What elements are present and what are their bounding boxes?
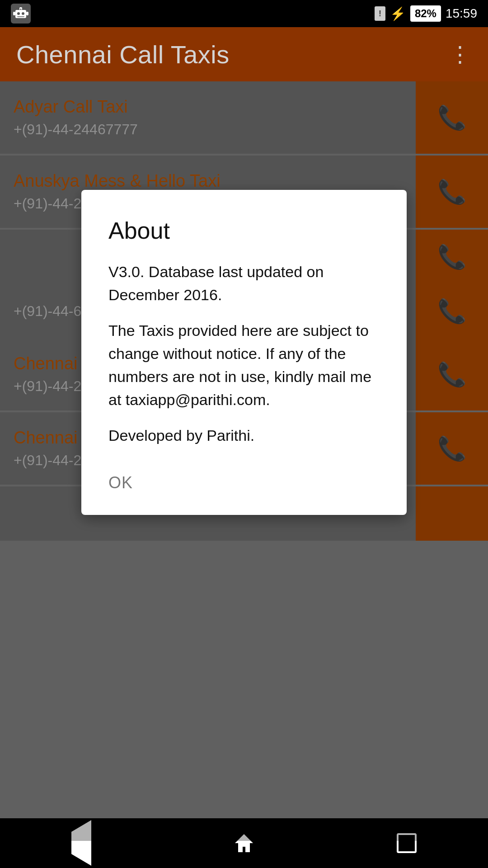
more-options-button[interactable]: ⋮ — [449, 42, 472, 67]
dialog-line1: V3.0. Database last updated on December … — [108, 260, 380, 307]
app-bar: Chennai Call Taxis ⋮ — [0, 27, 488, 81]
battery-alert-icon: ! — [375, 6, 385, 21]
status-bar: ! ⚡ 82% 15:59 — [0, 0, 488, 27]
clock: 15:59 — [446, 6, 477, 21]
svg-point-2 — [17, 12, 20, 15]
app-title: Chennai Call Taxis — [16, 40, 230, 69]
dialog-overlay: About V3.0. Database last updated on Dec… — [0, 81, 488, 841]
robot-icon — [11, 4, 31, 24]
content-area: Adyar Call Taxi +(91)-44-24467777 📞 Anus… — [0, 81, 488, 841]
charging-icon: ⚡ — [390, 6, 406, 21]
dialog-title: About — [108, 217, 380, 244]
dialog-actions: OK — [108, 460, 380, 497]
svg-rect-6 — [20, 9, 21, 10]
svg-rect-4 — [17, 16, 24, 17]
svg-rect-7 — [13, 12, 15, 15]
svg-point-3 — [22, 12, 24, 15]
about-dialog: About V3.0. Database last updated on Dec… — [81, 190, 407, 515]
dialog-body: V3.0. Database last updated on December … — [108, 260, 380, 447]
status-icons: ! ⚡ 82% 15:59 — [375, 5, 477, 22]
svg-rect-8 — [26, 12, 28, 15]
dialog-line3: Developed by Parithi. — [108, 424, 380, 447]
battery-level: 82% — [410, 5, 441, 22]
dialog-line2: The Taxis provided here are subject to c… — [108, 319, 380, 411]
ok-button[interactable]: OK — [108, 469, 133, 497]
